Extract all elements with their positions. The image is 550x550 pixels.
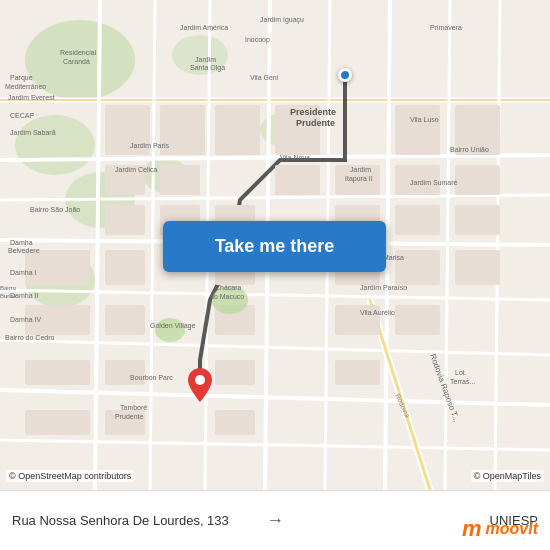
origin-dot (338, 68, 352, 82)
svg-rect-62 (215, 410, 255, 435)
svg-text:Jardim Celica: Jardim Celica (115, 166, 158, 173)
svg-text:Jardim Iguaçu: Jardim Iguaçu (260, 16, 304, 24)
svg-text:Presidente: Presidente (290, 107, 336, 117)
svg-rect-44 (455, 205, 500, 235)
attribution-left: © OpenStreetMap contributors (6, 470, 134, 482)
svg-text:Prudente: Prudente (115, 413, 144, 420)
svg-text:Jardim América: Jardim América (180, 24, 228, 31)
svg-rect-57 (105, 360, 145, 385)
svg-text:Bairro: Bairro (0, 285, 17, 291)
moovit-brand-text: moovit (486, 520, 538, 538)
svg-text:Terras...: Terras... (450, 378, 475, 385)
svg-rect-56 (25, 360, 90, 385)
svg-text:Bourbon Parc: Bourbon Parc (130, 374, 173, 381)
svg-text:Carandá: Carandá (63, 58, 90, 65)
svg-rect-43 (395, 205, 440, 235)
svg-text:Itapura II: Itapura II (345, 175, 373, 183)
svg-text:Parque: Parque (10, 74, 33, 82)
svg-text:Residencial: Residencial (60, 49, 97, 56)
svg-text:CECAP: CECAP (10, 112, 34, 119)
svg-rect-50 (455, 250, 500, 285)
svg-rect-58 (215, 360, 255, 385)
svg-text:Bairro União: Bairro União (450, 146, 489, 153)
svg-text:Bairro do Cedro: Bairro do Cedro (5, 334, 55, 341)
svg-text:Damha: Damha (10, 239, 33, 246)
svg-text:Burisk: Burisk (0, 293, 18, 299)
svg-text:Jardim Everest: Jardim Everest (8, 94, 55, 101)
moovit-m-letter: m (462, 516, 482, 542)
svg-rect-31 (395, 105, 440, 155)
origin-label: Rua Nossa Senhora De Lourdes, 133 (12, 513, 258, 528)
svg-text:Prudente: Prudente (296, 118, 335, 128)
svg-text:Jardim Sumaré: Jardim Sumaré (410, 179, 458, 186)
svg-rect-35 (275, 165, 320, 195)
svg-text:Damha IV: Damha IV (10, 316, 41, 323)
svg-text:Jardim Paraíso: Jardim Paraíso (360, 284, 407, 291)
svg-text:Jardim Paris: Jardim Paris (130, 142, 169, 149)
arrow-icon: → (266, 510, 284, 531)
svg-rect-38 (455, 165, 500, 195)
svg-text:Damha I: Damha I (10, 269, 37, 276)
attribution-right: © OpenMapTiles (471, 470, 544, 482)
svg-text:Vila Luso: Vila Luso (410, 116, 439, 123)
svg-text:Golden Village: Golden Village (150, 322, 196, 330)
svg-text:Chácara: Chácara (215, 284, 242, 291)
svg-rect-52 (105, 305, 145, 335)
svg-text:Vila Nova: Vila Nova (280, 154, 310, 161)
svg-text:Jardim: Jardim (350, 166, 371, 173)
svg-text:Vila Geni: Vila Geni (250, 74, 279, 81)
svg-rect-34 (160, 165, 200, 195)
map-container: Residencial Carandá Parque Mediterrâneo … (0, 0, 550, 490)
svg-text:Bairro São João: Bairro São João (30, 206, 80, 213)
svg-text:Inocoop: Inocoop (245, 36, 270, 44)
svg-rect-60 (25, 410, 90, 435)
svg-rect-46 (105, 250, 145, 285)
svg-rect-59 (335, 360, 380, 385)
svg-text:Jardim Sabarã: Jardim Sabarã (10, 129, 56, 136)
destination-pin (188, 368, 212, 406)
svg-rect-29 (215, 105, 260, 155)
svg-text:Santa Olga: Santa Olga (190, 64, 225, 72)
svg-text:Vila Aurélio: Vila Aurélio (360, 309, 395, 316)
svg-point-112 (195, 375, 205, 385)
take-me-there-button[interactable]: Take me there (163, 221, 386, 272)
svg-text:Mediterrâneo: Mediterrâneo (5, 83, 46, 90)
svg-point-2 (15, 115, 95, 175)
svg-text:do Macuco: do Macuco (210, 293, 244, 300)
svg-text:Lot.: Lot. (455, 369, 467, 376)
svg-rect-45 (25, 250, 90, 285)
svg-text:Primavera: Primavera (430, 24, 462, 31)
svg-text:Belvedere: Belvedere (8, 247, 40, 254)
svg-rect-39 (105, 205, 145, 235)
svg-text:Tamboré: Tamboré (120, 404, 147, 411)
svg-text:Jardim: Jardim (195, 56, 216, 63)
bottom-bar: Rua Nossa Senhora De Lourdes, 133 → UNIE… (0, 490, 550, 550)
moovit-logo: m moovit (462, 516, 538, 542)
svg-rect-55 (395, 305, 440, 335)
